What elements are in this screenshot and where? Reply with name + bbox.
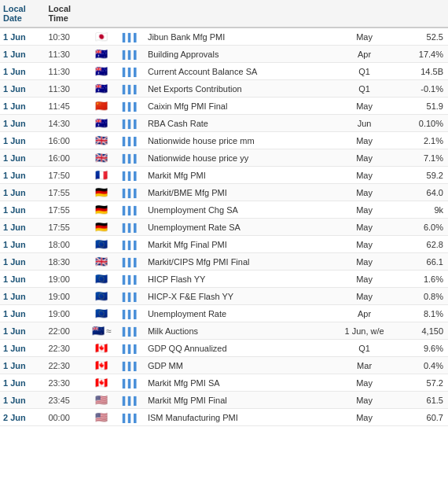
table-header: LocalDate LocalTime (0, 0, 448, 28)
table-row[interactable]: 1 Jun 23:45 🇺🇸 ▌▌▌ Markit Mfg PMI Final … (0, 392, 448, 409)
row-time: 19:00 (45, 305, 86, 322)
row-prior: 9k (396, 201, 448, 219)
date-column-header[interactable]: LocalDate (0, 0, 45, 28)
table-row[interactable]: 1 Jun 17:50 🇫🇷 ▌▌▌ Markit Mfg PMI May 59… (0, 167, 448, 184)
row-flag: 🇦🇺 (86, 46, 117, 63)
row-indicator-name: Unemployment Chg SA (145, 201, 332, 219)
row-prior: 59.2 (396, 167, 448, 184)
row-prior: 57.2 (396, 374, 448, 392)
row-flag: 🇩🇪 (86, 201, 117, 219)
row-period: 1 Jun, w/e (332, 322, 396, 340)
row-prior: 66.1 (396, 253, 448, 271)
table-row[interactable]: 1 Jun 11:30 🇦🇺 ▌▌▌ Net Exports Contribut… (0, 80, 448, 98)
row-date: 1 Jun (0, 219, 45, 236)
row-prior: 14.5B (396, 63, 448, 80)
row-time: 23:30 (45, 374, 86, 392)
table-row[interactable]: 1 Jun 19:00 🇪🇺 ▌▌▌ HICP-X F&E Flash YY M… (0, 288, 448, 305)
row-prior: 0.8% (396, 288, 448, 305)
row-indicator-name: Nationwide house price yy (145, 149, 332, 167)
chart-icon: ▌▌▌ (117, 28, 145, 46)
table-row[interactable]: 1 Jun 22:30 🇨🇦 ▌▌▌ GDP MM Mar 0.4% (0, 357, 448, 374)
chart-icon: ▌▌▌ (117, 253, 145, 271)
row-period: May (332, 219, 396, 236)
chart-icon: ▌▌▌ (117, 340, 145, 357)
chart-icon: ▌▌▌ (117, 357, 145, 374)
row-indicator-name: Markit Mfg PMI (145, 167, 332, 184)
row-flag: 🇦🇺 (86, 63, 117, 80)
row-date: 1 Jun (0, 236, 45, 253)
row-indicator-name: GDP MM (145, 357, 332, 374)
row-date: 1 Jun (0, 132, 45, 149)
row-date: 1 Jun (0, 98, 45, 115)
row-date: 1 Jun (0, 28, 45, 46)
row-flag: 🇨🇦 (86, 357, 117, 374)
economic-calendar-table: LocalDate LocalTime 1 Jun 10:30 🇯🇵 ▌▌▌ J… (0, 0, 448, 426)
table-row[interactable]: 1 Jun 23:30 🇨🇦 ▌▌▌ Markit Mfg PMI SA May… (0, 374, 448, 392)
table-row[interactable]: 1 Jun 11:30 🇦🇺 ▌▌▌ Current Account Balan… (0, 63, 448, 80)
row-period: May (332, 98, 396, 115)
row-date: 1 Jun (0, 80, 45, 98)
row-period: May (332, 374, 396, 392)
row-date: 1 Jun (0, 184, 45, 201)
row-time: 10:30 (45, 28, 86, 46)
row-date: 1 Jun (0, 201, 45, 219)
chart-icon: ▌▌▌ (117, 132, 145, 149)
row-prior: 52.5 (396, 28, 448, 46)
table-row[interactable]: 1 Jun 17:55 🇩🇪 ▌▌▌ Unemployment Chg SA M… (0, 201, 448, 219)
chart-icon: ▌▌▌ (117, 374, 145, 392)
row-period: Jun (332, 115, 396, 132)
table-row[interactable]: 1 Jun 14:30 🇦🇺 ▌▌▌ RBA Cash Rate Jun 0.1… (0, 115, 448, 132)
row-prior: 7.1% (396, 149, 448, 167)
chart-icon: ▌▌▌ (117, 305, 145, 322)
table-row[interactable]: 1 Jun 18:30 🇬🇧 ▌▌▌ Markit/CIPS Mfg PMI F… (0, 253, 448, 271)
row-prior: 62.8 (396, 236, 448, 253)
date-label: LocalDate (3, 4, 26, 23)
row-date: 1 Jun (0, 305, 45, 322)
table-row[interactable]: 1 Jun 16:00 🇬🇧 ▌▌▌ Nationwide house pric… (0, 149, 448, 167)
table-row[interactable]: 1 Jun 17:55 🇩🇪 ▌▌▌ Markit/BME Mfg PMI Ma… (0, 184, 448, 201)
row-prior: 51.9 (396, 98, 448, 115)
row-indicator-name: RBA Cash Rate (145, 115, 332, 132)
row-time: 16:00 (45, 149, 86, 167)
table-row[interactable]: 1 Jun 19:00 🇪🇺 ▌▌▌ Unemployment Rate Apr… (0, 305, 448, 322)
row-period: May (332, 409, 396, 426)
row-date: 1 Jun (0, 288, 45, 305)
table-row[interactable]: 1 Jun 11:30 🇦🇺 ▌▌▌ Building Approvals Ap… (0, 46, 448, 63)
chart-icon: ▌▌▌ (117, 46, 145, 63)
row-period: May (332, 253, 396, 271)
row-prior: -0.1% (396, 80, 448, 98)
table-row[interactable]: 1 Jun 16:00 🇬🇧 ▌▌▌ Nationwide house pric… (0, 132, 448, 149)
table-row[interactable]: 1 Jun 11:45 🇨🇳 ▌▌▌ Caixin Mfg PMI Final … (0, 98, 448, 115)
row-time: 14:30 (45, 115, 86, 132)
table-row[interactable]: 1 Jun 22:00 🇳🇿≈ ▌▌▌ Milk Auctions 1 Jun,… (0, 322, 448, 340)
row-period: May (332, 271, 396, 288)
chart-icon: ▌▌▌ (117, 322, 145, 340)
table-row[interactable]: 2 Jun 00:00 🇺🇸 ▌▌▌ ISM Manufacturing PMI… (0, 409, 448, 426)
row-indicator-name: Jibun Bank Mfg PMI (145, 28, 332, 46)
row-time: 17:55 (45, 219, 86, 236)
table-row[interactable]: 1 Jun 17:55 🇩🇪 ▌▌▌ Unemployment Rate SA … (0, 219, 448, 236)
chart-icon: ▌▌▌ (117, 288, 145, 305)
row-date: 1 Jun (0, 271, 45, 288)
table-row[interactable]: 1 Jun 10:30 🇯🇵 ▌▌▌ Jibun Bank Mfg PMI Ma… (0, 28, 448, 46)
row-indicator-name: Markit/CIPS Mfg PMI Final (145, 253, 332, 271)
chart-icon: ▌▌▌ (117, 271, 145, 288)
row-flag: 🇩🇪 (86, 219, 117, 236)
table-row[interactable]: 1 Jun 22:30 🇨🇦 ▌▌▌ GDP QQ Annualized Q1 … (0, 340, 448, 357)
chart-icon: ▌▌▌ (117, 219, 145, 236)
row-prior: 6.0% (396, 219, 448, 236)
row-flag: 🇨🇦 (86, 340, 117, 357)
row-indicator-name: Unemployment Rate SA (145, 219, 332, 236)
row-time: 17:50 (45, 167, 86, 184)
chart-icon: ▌▌▌ (117, 409, 145, 426)
row-date: 2 Jun (0, 409, 45, 426)
row-date: 1 Jun (0, 357, 45, 374)
row-prior: 60.7 (396, 409, 448, 426)
row-time: 19:00 (45, 271, 86, 288)
row-period: Mar (332, 357, 396, 374)
table-row[interactable]: 1 Jun 19:00 🇪🇺 ▌▌▌ HICP Flash YY May 1.6… (0, 271, 448, 288)
row-time: 11:30 (45, 46, 86, 63)
table-row[interactable]: 1 Jun 18:00 🇪🇺 ▌▌▌ Markit Mfg Final PMI … (0, 236, 448, 253)
row-indicator-name: Milk Auctions (145, 322, 332, 340)
row-flag: 🇩🇪 (86, 184, 117, 201)
